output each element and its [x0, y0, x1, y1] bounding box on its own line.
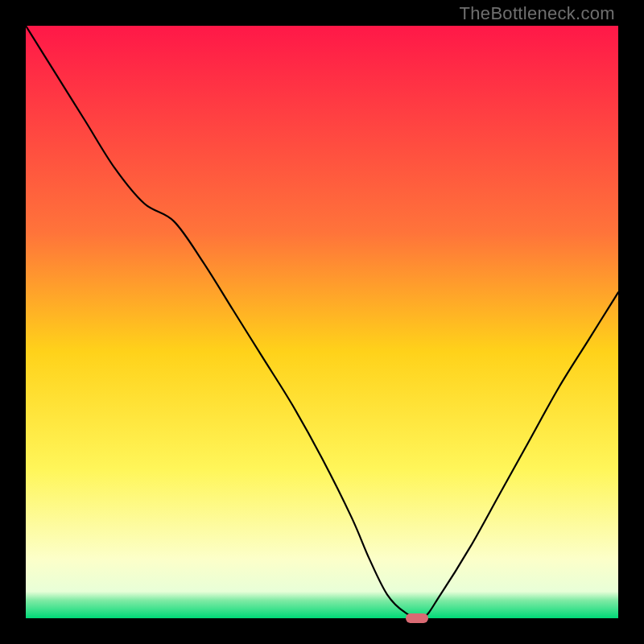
gradient-background	[26, 26, 618, 618]
svg-rect-0	[26, 26, 618, 618]
watermark-text: TheBottleneck.com	[460, 3, 615, 24]
chart-frame	[26, 26, 618, 618]
minimum-marker	[406, 613, 428, 623]
